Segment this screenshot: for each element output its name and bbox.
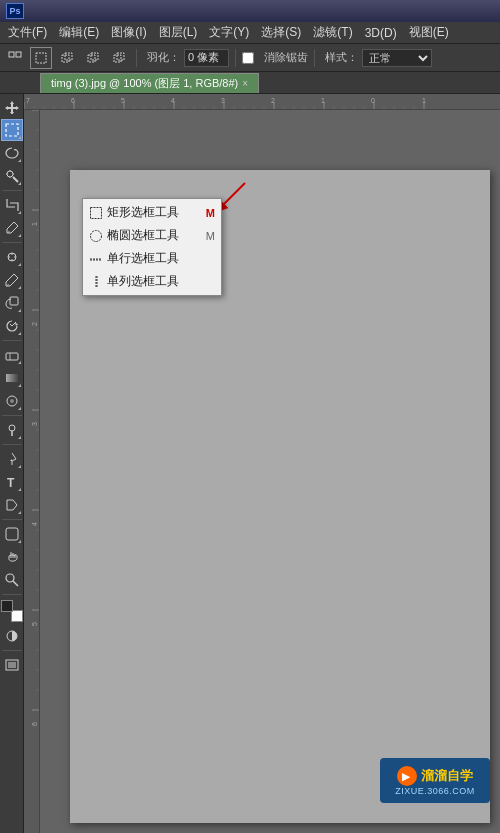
type-tool[interactable]: T — [1, 471, 23, 493]
svg-rect-9 — [6, 124, 18, 136]
lasso-tool[interactable] — [1, 142, 23, 164]
svg-text:2: 2 — [271, 97, 275, 104]
toolbar-separator-3 — [2, 340, 22, 341]
svg-point-27 — [10, 399, 14, 403]
gradient-tool[interactable] — [1, 367, 23, 389]
canvas-content[interactable]: 矩形选框工具 M 椭圆选框工具 M — [40, 110, 500, 833]
ps-logo: Ps — [6, 3, 24, 19]
svg-text:6: 6 — [31, 722, 38, 726]
anti-alias-checkbox[interactable] — [242, 52, 254, 64]
zoom-tool[interactable] — [1, 569, 23, 591]
ctx-single-row[interactable]: 单行选框工具 — [83, 247, 221, 270]
pen-tool[interactable] — [1, 448, 23, 470]
tab-label: timg (3).jpg @ 100% (图层 1, RGB/8#) — [51, 76, 238, 91]
svg-rect-25 — [6, 374, 18, 382]
healing-brush-tool[interactable] — [1, 246, 23, 268]
lasso-submenu-indicator — [18, 159, 21, 162]
style-label: 样式： — [325, 50, 358, 65]
ctx-ellipse-marquee[interactable]: 椭圆选框工具 M — [83, 224, 221, 247]
menu-layer[interactable]: 图层(L) — [153, 22, 204, 43]
svg-text:6: 6 — [71, 97, 75, 104]
toolbar-separator-7 — [2, 594, 22, 595]
eraser-tool[interactable] — [1, 344, 23, 366]
clone-stamp-tool[interactable] — [1, 292, 23, 314]
ctx-ellipse-shortcut: M — [206, 230, 215, 242]
toolbar-separator-1 — [2, 190, 22, 191]
feather-input[interactable] — [184, 49, 229, 67]
svg-text:T: T — [7, 476, 15, 489]
svg-rect-22 — [10, 297, 18, 305]
tab-bar: timg (3).jpg @ 100% (图层 1, RGB/8#) × — [0, 72, 500, 94]
feather-label: 羽化： — [147, 50, 180, 65]
move-tool[interactable] — [1, 96, 23, 118]
watermark-logo-icon: ▶ — [397, 766, 417, 786]
ctx-col-label: 单列选框工具 — [107, 273, 211, 290]
add-selection-button[interactable] — [56, 47, 78, 69]
toolbar-separator-2 — [2, 242, 22, 243]
wand-submenu-indicator — [18, 182, 21, 185]
ctx-rect-label: 矩形选框工具 — [107, 204, 202, 221]
intersect-selection-button[interactable] — [108, 47, 130, 69]
new-selection-button[interactable] — [30, 47, 52, 69]
svg-text:4: 4 — [171, 97, 175, 104]
menu-edit[interactable]: 编辑(E) — [53, 22, 105, 43]
blur-tool[interactable] — [1, 390, 23, 412]
svg-point-28 — [9, 425, 15, 431]
title-bar: Ps — [0, 0, 500, 22]
menu-select[interactable]: 选择(S) — [255, 22, 307, 43]
ctx-rect-shortcut: M — [206, 207, 215, 219]
toolbar-separator-6 — [2, 519, 22, 520]
svg-line-33 — [13, 581, 18, 586]
ctx-rect-marquee[interactable]: 矩形选框工具 M — [83, 201, 221, 224]
tool-submenu-indicator — [18, 136, 21, 139]
menu-view[interactable]: 视图(E) — [403, 22, 455, 43]
hand-tool[interactable] — [1, 546, 23, 568]
svg-rect-1 — [16, 52, 21, 57]
svg-text:1: 1 — [31, 222, 38, 226]
watermark: ▶ 溜溜自学 ZIXUE.3066.COM — [380, 758, 490, 803]
menu-3d[interactable]: 3D(D) — [359, 24, 403, 42]
menu-filter[interactable]: 滤镜(T) — [307, 22, 358, 43]
canvas-with-ruler: 1 2 3 4 5 6 — [24, 110, 500, 833]
single-col-icon — [89, 275, 103, 289]
single-row-icon — [89, 252, 103, 266]
tool-preset-button[interactable] — [4, 47, 26, 69]
quick-mask-mode[interactable] — [1, 625, 23, 647]
document-tab[interactable]: timg (3).jpg @ 100% (图层 1, RGB/8#) × — [40, 73, 259, 93]
menu-file[interactable]: 文件(F) — [2, 22, 53, 43]
svg-text:2: 2 — [31, 322, 38, 326]
toolbar-separator-4 — [2, 415, 22, 416]
subtract-selection-button[interactable] — [82, 47, 104, 69]
anti-alias-label: 消除锯齿 — [264, 50, 308, 65]
svg-rect-0 — [9, 52, 14, 57]
pen-submenu-indicator — [18, 465, 21, 468]
crop-tool[interactable] — [1, 194, 23, 216]
marquee-tool[interactable] — [1, 119, 23, 141]
svg-rect-2 — [36, 53, 46, 63]
ctx-row-label: 单行选框工具 — [107, 250, 211, 267]
path-selection-tool[interactable] — [1, 494, 23, 516]
dodge-tool[interactable] — [1, 419, 23, 441]
magic-wand-tool[interactable] — [1, 165, 23, 187]
ctx-single-col[interactable]: 单列选框工具 — [83, 270, 221, 293]
tab-close-button[interactable]: × — [242, 78, 248, 89]
menu-text[interactable]: 文字(Y) — [203, 22, 255, 43]
svg-rect-31 — [6, 528, 18, 540]
style-select[interactable]: 正常 固定比例 固定大小 — [362, 49, 432, 67]
screen-mode-button[interactable] — [1, 654, 23, 676]
dodge-submenu-indicator — [18, 436, 21, 439]
history-brush-tool[interactable] — [1, 315, 23, 337]
color-swatches[interactable] — [1, 600, 23, 622]
path-submenu-indicator — [18, 511, 21, 514]
menu-image[interactable]: 图像(I) — [105, 22, 152, 43]
canvas-area: 7 6 5 4 3 2 1 0 1 — [24, 94, 500, 833]
shape-tool[interactable] — [1, 523, 23, 545]
eyedropper-tool[interactable] — [1, 217, 23, 239]
svg-text:1: 1 — [422, 97, 426, 104]
svg-text:5: 5 — [31, 622, 38, 626]
shape-submenu-indicator — [18, 540, 21, 543]
separator2 — [235, 49, 236, 67]
svg-text:3: 3 — [221, 97, 225, 104]
svg-rect-36 — [8, 662, 16, 668]
brush-tool[interactable] — [1, 269, 23, 291]
